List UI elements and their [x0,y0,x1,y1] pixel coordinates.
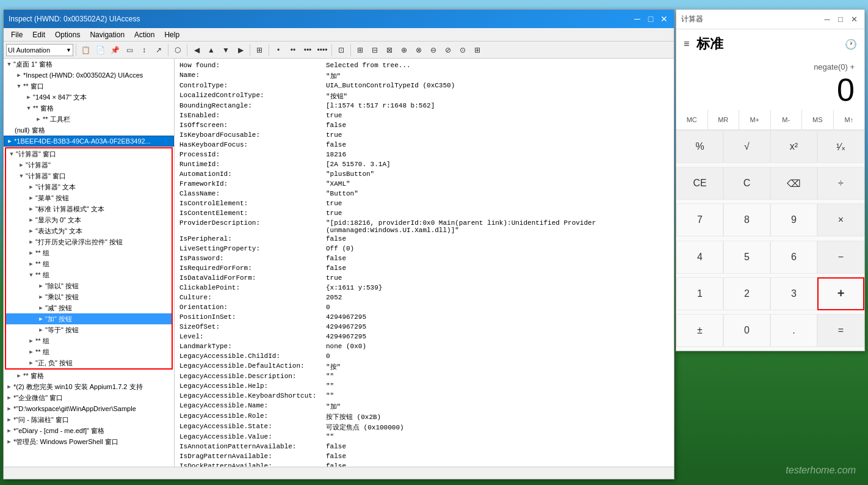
calc-mup[interactable]: M↑ [834,110,865,129]
tree-item[interactable]: ► *"eDiary - [cmd - me.edf]" 窗格 [4,425,174,436]
calc-ce[interactable]: CE [676,167,723,200]
tree-item[interactable]: ► "标准 计算器模式" 文本 [6,203,172,214]
calc-9[interactable]: 9 [770,203,817,236]
tree-item[interactable]: ► *"企业微信" 窗口 [4,392,174,403]
tb-copy[interactable]: 📄 [93,43,107,57]
calc-1[interactable]: 1 [676,277,723,310]
calc-decimal[interactable]: . [770,314,817,347]
restore-button[interactable]: □ [646,14,656,24]
tree-item[interactable]: ► "计算器" 文本 [6,181,172,192]
tree-item[interactable]: ► "菜单" 按钮 [6,192,172,203]
calc-minimize[interactable]: ─ [822,14,833,25]
tb-cursor[interactable]: ↕ [137,43,151,57]
tree-item[interactable]: ► "表达式为" 文本 [6,225,172,236]
tb-rect[interactable]: ▭ [123,43,136,57]
tree-item[interactable]: ► "显示为 0" 文本 [6,214,172,225]
tb-img2[interactable]: ⊟ [368,43,382,57]
tree-item[interactable]: ► *(2) 教您完美 win10 安装 Appium1.7.2 支持 [4,381,174,392]
calc-7[interactable]: 7 [676,203,723,236]
tb-down[interactable]: ▼ [219,43,233,57]
tb-new[interactable]: 📋 [79,43,92,57]
close-button[interactable]: ✕ [659,14,669,24]
calc-5[interactable]: 5 [723,241,770,274]
tree-item[interactable]: ► "乘以" 按钮 [6,291,172,302]
tb-img6[interactable]: ⊖ [427,43,440,57]
tree-item[interactable]: ▼ ** 窗格 [4,103,174,114]
calc-sqrt[interactable]: √ [723,130,770,163]
calc-restore[interactable]: □ [835,14,846,25]
tb-forward[interactable]: ▶ [234,43,247,57]
calc-backspace[interactable]: ⌫ [770,167,817,200]
tree-item[interactable]: ► "减" 按钮 [6,302,172,313]
calc-mr[interactable]: MR [708,110,740,129]
calc-2[interactable]: 2 [723,277,770,310]
tb-dot2[interactable]: •• [286,43,300,57]
calc-mc[interactable]: MC [676,110,708,129]
calc-divide[interactable]: ÷ [817,167,864,200]
tree-item[interactable]: ► "打开历史记录浮出控件" 按钮 [6,236,172,247]
tree-item[interactable]: ► ** 组 [6,335,172,346]
tree-item[interactable]: ▼ "计算器" 窗口 [6,170,172,181]
calc-plus[interactable]: + [817,277,864,310]
tb-dot4[interactable]: •••• [316,43,329,57]
tree-item[interactable]: ▼ "计算器" 窗口 [6,148,172,159]
tree-item[interactable]: ► "计算器" [6,159,172,170]
tree-container[interactable]: ▼ "桌面 1" 窗格 ► *Inspect (HWND: 0x003502A2… [4,59,174,467]
tree-item[interactable]: ► ** 组 [6,258,172,269]
tb-paste[interactable]: 📌 [108,43,121,57]
tb-img7[interactable]: ⊘ [441,43,455,57]
calc-3[interactable]: 3 [770,277,817,310]
tree-item[interactable]: ► ** 工具栏 [4,114,174,125]
tree-item[interactable]: ► "1494 × 847" 文本 [4,92,174,103]
tb-arrow[interactable]: ↗ [152,43,165,57]
calc-history-icon[interactable]: 🕐 [845,38,857,50]
tree-item[interactable]: ► "等于" 按钮 [6,324,172,335]
tb-nav1[interactable]: ⬡ [171,43,184,57]
tree-item[interactable]: ► ** 组 [6,346,172,357]
tree-item[interactable]: ► ** 组 [6,247,172,258]
calc-ms[interactable]: MS [802,110,834,129]
tb-expand[interactable]: ⊞ [471,43,484,57]
calc-reciprocal[interactable]: ¹⁄ₓ [817,130,864,163]
tb-dot1[interactable]: • [272,43,285,57]
calc-menu-icon[interactable]: ≡ [684,38,689,49]
calc-plusminus[interactable]: ± [676,314,723,347]
calc-8[interactable]: 8 [723,203,770,236]
tb-img3[interactable]: ⊠ [383,43,396,57]
automation-combo[interactable]: UI Automation ▼ [6,44,73,56]
tree-item[interactable]: ▼ ** 窗口 [4,81,174,92]
menu-edit[interactable]: Edit [27,29,50,40]
tree-item-selected[interactable]: ► *1BEEF4DE-B3B3-49CA-A03A-0F2EB3492... [4,136,174,147]
tb-img5[interactable]: ⊗ [412,43,425,57]
calc-close[interactable]: ✕ [848,14,859,25]
calc-percent[interactable]: % [676,130,723,163]
tree-item[interactable]: (null) 窗格 [4,125,174,136]
menu-options[interactable]: Options [50,29,85,40]
tb-dot3[interactable]: ••• [301,43,314,57]
calc-subtract[interactable]: − [817,241,864,274]
tb-img1[interactable]: ⊞ [353,43,367,57]
tree-item[interactable]: ► *Inspect (HWND: 0x003502A2) UIAcces [4,70,174,81]
minimize-button[interactable]: ─ [632,14,642,24]
tree-item[interactable]: ► ** 窗格 [4,370,174,381]
calc-c[interactable]: C [723,167,770,200]
menu-action[interactable]: Action [129,29,159,40]
tree-item[interactable]: ► *"D:\workspace\git\WinAppDriver\Sample [4,403,174,414]
tb-img4[interactable]: ⊕ [397,43,411,57]
calc-mplus[interactable]: M+ [739,110,771,129]
menu-navigation[interactable]: Navigation [85,29,129,40]
tb-back[interactable]: ◀ [190,43,203,57]
tree-item-jia[interactable]: ► "加" 按钮 [6,313,172,324]
calc-0[interactable]: 0 [723,314,770,347]
tree-item[interactable]: ► "正, 负" 按钮 [6,357,172,368]
tree-item[interactable]: ▼ "桌面 1" 窗格 [4,59,174,70]
calc-6[interactable]: 6 [770,241,817,274]
tree-item[interactable]: ► *"问 - 陈淑柱" 窗口 [4,414,174,425]
calc-4[interactable]: 4 [676,241,723,274]
tb-select[interactable]: ⊡ [335,43,348,57]
menu-help[interactable]: Help [159,29,184,40]
tree-item[interactable]: ▼ ** 组 [6,269,172,280]
calc-equals[interactable]: = [817,314,864,347]
tree-item[interactable]: ► "除以" 按钮 [6,280,172,291]
menu-file[interactable]: File [6,29,27,40]
